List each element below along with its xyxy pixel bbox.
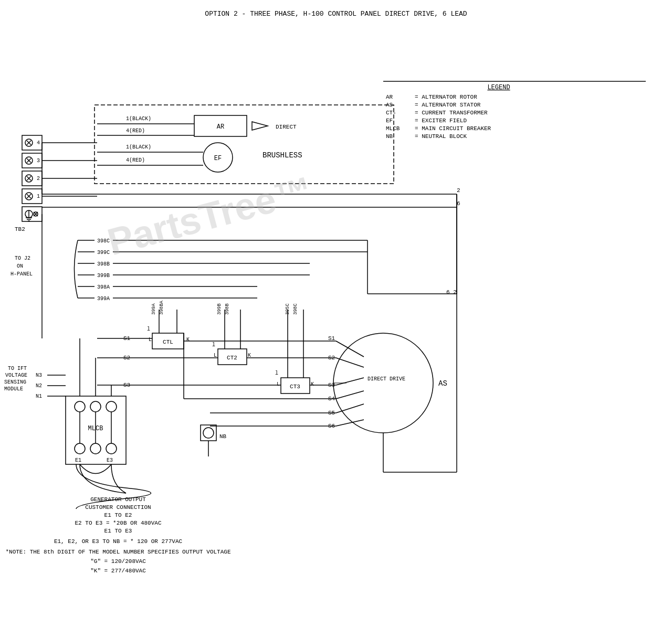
svg-line-69 <box>336 341 364 357</box>
label-398c: 398C <box>293 303 298 315</box>
svg-point-80 <box>106 401 117 412</box>
term4-label: 4 <box>37 140 40 146</box>
n1-label: N1 <box>36 393 42 399</box>
svg-line-72 <box>336 391 364 399</box>
wire-4red-2: 4(RED) <box>126 157 145 163</box>
direct-label: DIRECT <box>276 124 297 130</box>
svg-marker-28 <box>252 122 268 130</box>
wire-398b: 398B <box>97 261 110 267</box>
svg-line-71 <box>336 378 364 385</box>
wire-398c: 398C <box>97 238 110 244</box>
svg-line-74 <box>336 420 364 426</box>
legend-title: LEGEND <box>487 84 510 91</box>
term2-label: 2 <box>37 176 40 182</box>
label-398ba: 398BA <box>159 300 164 315</box>
e1-e2-label: E1 TO E2 <box>104 512 132 518</box>
legend-as-desc: = ALTERNATOR STATOR <box>415 102 481 108</box>
svg-point-78 <box>75 401 85 412</box>
e3-label: E3 <box>107 458 113 463</box>
legend-nb-code: NB <box>386 133 393 140</box>
gen-output-label: GENERATOR OUTPUT <box>90 496 146 503</box>
voltage-label: VOLTAGE <box>5 373 27 378</box>
ctl-l: L <box>149 337 152 343</box>
ctl-box: CTL L K l <box>147 310 190 349</box>
svg-point-79 <box>90 401 101 412</box>
ar-label: AR <box>217 123 224 131</box>
term3-label: 3 <box>37 158 40 164</box>
h-panel-label: H-PANEL <box>10 271 33 277</box>
diagram-title: OPTION 2 - THREE PHASE, H-100 CONTROL PA… <box>205 10 467 18</box>
wire-62-label: 6 2 <box>446 289 457 295</box>
legend-ef-desc: = EXCITER FIELD <box>415 118 467 124</box>
wire-398a: 398A <box>97 284 110 290</box>
ct3-label: CT3 <box>290 384 300 390</box>
model-note: *NOTE: THE 8th DIGIT OF THE MODEL NUMBER… <box>5 549 230 555</box>
ct3-i: l <box>275 370 278 376</box>
label-398b: 398B <box>225 303 230 315</box>
svg-point-81 <box>75 443 85 454</box>
tb2-terminals: 4 3 2 1 <box>15 135 42 232</box>
ct3-k: K <box>311 381 314 387</box>
nb-box: NB <box>201 425 227 456</box>
wire-399a: 399A <box>97 296 110 302</box>
wire-1black-1: 1(BLACK) <box>126 116 151 122</box>
module-label: MODULE <box>4 386 23 392</box>
ct3-l: L <box>277 381 280 387</box>
to-j2-label: TO J2 <box>15 256 30 261</box>
legend-ct-code: CT- <box>386 110 396 116</box>
nb-label: NB <box>219 433 227 440</box>
n3-label: N3 <box>36 373 42 378</box>
legend-ar-desc: = ALTERNATOR ROTOR <box>415 94 477 100</box>
label-399b: 399B <box>217 303 222 315</box>
mlcb-box: MLCB E1 E3 <box>66 396 126 464</box>
legend-nb-desc: = NEUTRAL BLOCK <box>415 133 467 140</box>
brushless-label: BRUSHLESS <box>262 151 302 159</box>
legend-ct-desc: = CURRENT TRANSFORMER <box>415 110 488 116</box>
direct-drive-label: DIRECT DRIVE <box>368 376 405 382</box>
ef-label: EF <box>214 155 222 162</box>
legend-mlcb-desc: = MAIN CIRCUIT BREAKER <box>415 125 491 132</box>
k-value: "K" = 277/480VAC <box>90 568 146 574</box>
to-ift-label: TO IFT <box>8 366 27 371</box>
legend-ef-code: EF <box>386 118 393 124</box>
wire-1black-2: 1(BLACK) <box>126 144 151 150</box>
wire-399b: 399B <box>97 273 110 279</box>
e1-e3-label: E1 TO E3 <box>104 528 132 534</box>
legend-ar-code: AR <box>386 94 393 100</box>
legend-mlcb-code: MLCB <box>386 125 400 132</box>
label-399a: 399A <box>151 303 156 315</box>
e1-label: E1 <box>75 458 81 463</box>
n2-label: N2 <box>36 383 42 389</box>
to-j2-panel: 398C 399C 398B 399B 398A 399A TO J2 ON H… <box>10 238 110 302</box>
svg-point-94 <box>203 428 214 438</box>
svg-point-83 <box>106 443 117 454</box>
direct-drive-as: DIRECT DRIVE AS <box>333 333 447 433</box>
diagram-container: PartsTree™ OPTION 2 - THREE PHASE, H-100… <box>0 0 672 617</box>
svg-line-70 <box>336 358 364 367</box>
sensing-label: SENSING <box>4 379 26 385</box>
term1-label: 1 <box>37 194 40 199</box>
as-label: AS <box>438 379 447 388</box>
ct2-box: CT2 L K l <box>212 310 251 365</box>
ctl-down: l <box>147 326 150 332</box>
ground-note: E1, E2, OR E3 TO NB = * 120 OR 277VAC <box>54 538 183 545</box>
tb2-label: TB2 <box>15 226 25 232</box>
s1-right-label: S1 <box>328 335 335 342</box>
ct2-label: CT2 <box>227 355 237 361</box>
ct3-box: CT3 L K l <box>275 310 314 393</box>
ar-component: AR DIRECT 1(BLACK) 4(RED) EF 1(BLACK) 4(… <box>94 105 394 184</box>
wire-4red-1: 4(RED) <box>126 128 145 134</box>
ctl-k: K <box>186 337 190 343</box>
wire6-label: 6 <box>457 200 460 207</box>
wire2-label: 2 <box>457 187 460 194</box>
ctl-label: CTL <box>163 339 173 345</box>
wire-399c: 399C <box>97 250 110 256</box>
cust-conn-label: CUSTOMER CONNECTION <box>85 504 151 510</box>
e2-e3-label: E2 TO E3 = *20B OR 480VAC <box>75 520 161 526</box>
svg-point-82 <box>90 443 101 454</box>
ct2-i: l <box>212 342 215 348</box>
on-label: ON <box>17 263 23 269</box>
g-value: "G" = 120/208VAC <box>90 558 146 565</box>
